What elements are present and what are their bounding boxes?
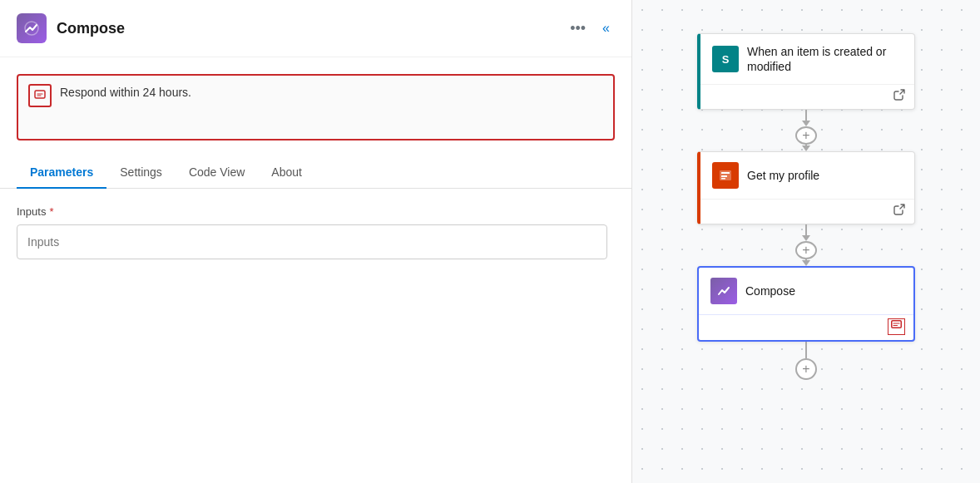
svg-rect-5 [721,178,725,180]
add-step-2[interactable]: + [795,241,817,259]
connector-line-1 [805,110,807,121]
flow-card-trigger[interactable]: S When an item is created or modified [697,33,915,110]
tabs-row: Parameters Settings Code View About [17,157,615,188]
tab-settings[interactable]: Settings [106,157,176,189]
add-step-bottom[interactable]: + [795,358,817,380]
arrow-2b [802,260,810,266]
message-preview-area: Respond within 24 hours. [17,74,615,140]
compose-icon [17,13,47,43]
inputs-field[interactable] [17,224,607,259]
inputs-label: Inputs * [17,205,615,218]
svg-rect-6 [892,321,902,328]
connector-line-2 [805,224,807,235]
more-options-button[interactable]: ••• [565,17,591,41]
profile-card-footer [700,199,914,224]
svg-rect-3 [721,172,730,174]
message-icon [28,84,52,107]
office-icon [712,162,739,189]
profile-title: Get my profile [747,168,819,183]
flow-card-profile[interactable]: Get my profile [697,151,915,224]
trigger-link-icon[interactable] [893,88,906,104]
flow-card-trigger-header: S When an item is created or modified [700,34,914,84]
connector-line-bottom [805,342,807,358]
sharepoint-icon: S [712,46,739,72]
connector-2: + [795,224,817,266]
tab-parameters[interactable]: Parameters [17,157,106,189]
arrow-1 [802,121,810,126]
tabs-area: Parameters Settings Code View About [0,140,631,189]
tab-code-view[interactable]: Code View [176,157,258,189]
flow-card-profile-header: Get my profile [700,152,914,199]
arrow-2 [802,235,810,241]
flow-container: S When an item is created or modified + [690,33,923,383]
compose-card-footer [699,314,913,340]
compose-flow-icon [710,278,737,304]
trigger-title: When an item is created or modified [747,44,903,74]
add-step-1[interactable]: + [795,126,817,145]
header-actions: ••• « [565,17,615,41]
message-text: Respond within 24 hours. [60,82,191,99]
panel-header: Compose ••• « [0,0,631,57]
flow-card-compose-header: Compose [699,268,913,314]
arrow-1b [802,145,810,151]
flow-card-compose[interactable]: Compose [697,266,915,342]
collapse-button[interactable]: « [597,17,615,39]
required-star: * [49,205,53,218]
svg-rect-4 [721,175,727,177]
compose-title: Compose [745,283,795,298]
compose-message-icon[interactable] [888,318,905,335]
connector-bottom: + [795,342,817,383]
profile-link-icon[interactable] [893,203,906,219]
trigger-card-footer [700,84,914,109]
panel-title: Compose [57,20,555,37]
tab-about[interactable]: About [258,157,315,189]
right-panel: S When an item is created or modified + [632,0,980,483]
left-panel: Compose ••• « Respond within 24 hours. P… [0,0,632,483]
parameters-content: Inputs * [0,189,631,276]
connector-1: + [795,110,817,151]
